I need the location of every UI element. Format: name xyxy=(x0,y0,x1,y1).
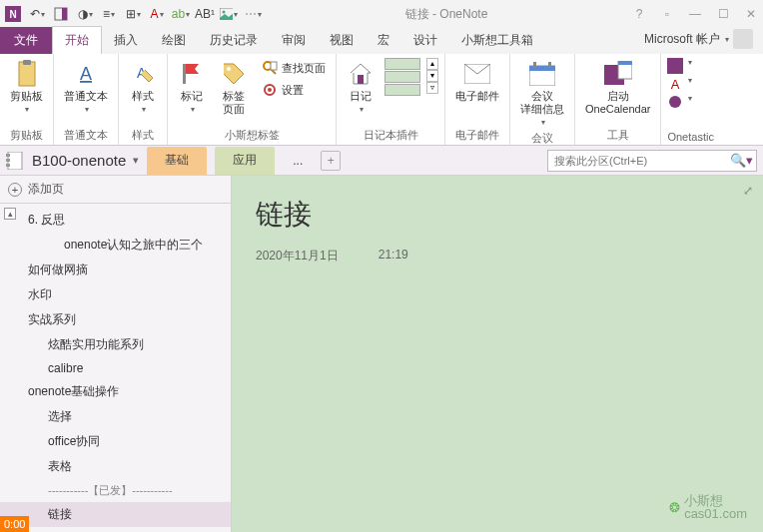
chevron-down-icon: ▾ xyxy=(360,105,364,114)
image-icon[interactable]: ▾ xyxy=(220,5,238,23)
maximize-icon[interactable]: ☐ xyxy=(715,7,731,21)
help-icon[interactable]: ? xyxy=(631,7,647,21)
page-time[interactable]: 21:19 xyxy=(379,248,408,265)
qat-icon-3[interactable]: ⊞▾ xyxy=(124,5,142,23)
group-label: 样式 xyxy=(125,126,161,143)
notebook-selector[interactable]: B100-onenote ▾ xyxy=(6,152,139,170)
page-item[interactable]: onenote认知之旅中的三个 xyxy=(0,233,231,258)
notebook-bar: B100-onenote ▾ 基础 应用 ... + 🔍▾ xyxy=(0,146,763,176)
add-section-button[interactable]: + xyxy=(321,151,341,171)
page-title[interactable]: 链接 xyxy=(256,196,739,234)
quick-access-toolbar: N ↶▾ ◑▾ ≡▾ ⊞▾ A▾ ab▾ AB¹ ▾ ⋯▾ xyxy=(4,5,262,23)
qat-more-icon[interactable]: ⋯▾ xyxy=(244,5,262,23)
file-tab[interactable]: 文件 xyxy=(0,27,52,54)
meeting-button[interactable]: 会议 详细信息 ▾ xyxy=(516,58,568,129)
highlight-icon[interactable]: ab▾ xyxy=(172,5,190,23)
scroll-up-icon[interactable]: ▴ xyxy=(4,208,16,220)
tab-view[interactable]: 视图 xyxy=(318,27,366,54)
page-item[interactable]: -----------【已发】----------- xyxy=(0,479,231,502)
page-item[interactable]: 表格 xyxy=(0,454,231,479)
page-item[interactable]: 6. 反思 xyxy=(0,208,231,233)
onecalendar-icon xyxy=(604,60,632,88)
footnote-icon[interactable]: AB¹ xyxy=(196,5,214,23)
email-button[interactable]: 电子邮件 xyxy=(451,58,503,105)
chevron-down-icon[interactable]: ▾ xyxy=(688,94,692,110)
chevron-down-icon[interactable]: ▾ xyxy=(688,76,692,92)
diary-button[interactable]: 日记 ▾ xyxy=(343,58,379,116)
tab-macro[interactable]: 宏 xyxy=(366,27,401,54)
page-item[interactable]: office协同 xyxy=(0,429,231,454)
tab-design[interactable]: 设计 xyxy=(401,27,449,54)
search-icon xyxy=(262,60,278,76)
styles-button[interactable]: A 样式 ▾ xyxy=(125,58,161,116)
page-item[interactable]: 实战系列 xyxy=(0,307,231,332)
scroll-down-icon[interactable]: ▾ xyxy=(426,70,438,82)
minimize-icon[interactable]: — xyxy=(687,7,703,21)
onecalendar-button[interactable]: 启动 OneCalendar xyxy=(581,58,654,118)
page-item[interactable]: 水印 xyxy=(0,282,231,307)
tab-history[interactable]: 历史记录 xyxy=(198,27,270,54)
scroll-up-icon[interactable]: ▴ xyxy=(426,58,438,70)
page-item[interactable]: 炫酷实用功能系列 xyxy=(0,332,231,357)
onetastic-icon-2[interactable]: A xyxy=(667,76,683,92)
svg-rect-3 xyxy=(62,8,67,20)
clipboard-icon xyxy=(13,60,41,88)
tab-insert[interactable]: 插入 xyxy=(102,27,150,54)
qat-icon-1[interactable]: ◑▾ xyxy=(76,5,94,23)
expand-icon[interactable]: ⤢ xyxy=(743,184,753,198)
notebook-icon xyxy=(6,152,26,170)
page-item[interactable]: 如何做网摘 xyxy=(0,258,231,282)
diary-label: 日记 xyxy=(350,90,372,103)
findpage-button[interactable]: 查找页面 xyxy=(258,58,330,78)
swatch[interactable] xyxy=(384,71,420,83)
section-tab-2[interactable]: 应用 xyxy=(215,147,275,175)
section-overflow[interactable]: ... xyxy=(283,149,313,173)
plaintext-label: 普通文本 xyxy=(64,90,108,103)
onetastic-icon-1[interactable] xyxy=(667,58,683,74)
mark-button[interactable]: 标记 ▾ xyxy=(174,58,210,116)
font-icon[interactable]: A▾ xyxy=(148,5,166,23)
mark-label: 标记 xyxy=(181,90,203,103)
section-tab-1[interactable]: 基础 xyxy=(147,147,207,175)
page-item[interactable]: 链接 xyxy=(0,502,231,527)
settings-button[interactable]: 设置 xyxy=(258,80,330,100)
gear-icon xyxy=(262,82,278,98)
page-item[interactable]: 选择 xyxy=(0,404,231,429)
watermark: ❂ 小斯想 cas01.com xyxy=(669,494,747,520)
chevron-down-icon: ▾ xyxy=(541,118,545,127)
tagpage-button[interactable]: 标签 页面 xyxy=(216,58,252,118)
tab-draw[interactable]: 绘图 xyxy=(150,27,198,54)
ribbon-toggle-icon[interactable]: ▫ xyxy=(659,7,675,21)
page-item[interactable]: onenote基础操作 xyxy=(0,379,231,404)
paste-button[interactable]: 剪贴板 ▾ xyxy=(6,58,47,116)
calendar-icon xyxy=(528,60,556,88)
search-icon[interactable]: 🔍▾ xyxy=(730,153,753,168)
search-input[interactable] xyxy=(547,150,757,172)
onenote-icon[interactable]: N xyxy=(4,5,22,23)
group-email: 电子邮件 电子邮件 xyxy=(445,54,510,145)
account-area[interactable]: Microsoft 帐户 ▾ xyxy=(634,24,763,54)
svg-text:N: N xyxy=(9,9,16,20)
page-date[interactable]: 2020年11月1日 xyxy=(256,248,339,265)
tab-home[interactable]: 开始 xyxy=(52,26,102,54)
qat-icon-2[interactable]: ≡▾ xyxy=(100,5,118,23)
group-tags: 标记 ▾ 标签 页面 查找页面 设置 小斯想标签 xyxy=(168,54,337,145)
swatch[interactable] xyxy=(384,84,420,96)
expand-icon[interactable]: ▿ xyxy=(426,82,438,94)
chevron-down-icon[interactable]: ▾ xyxy=(688,58,692,74)
dock-icon[interactable] xyxy=(52,5,70,23)
svg-point-16 xyxy=(268,88,272,92)
window-title: 链接 - OneNote xyxy=(262,6,631,23)
notebook-name: B100-onenote xyxy=(32,152,126,169)
close-icon[interactable]: ✕ xyxy=(743,7,759,21)
undo-icon[interactable]: ↶▾ xyxy=(28,5,46,23)
tab-review[interactable]: 审阅 xyxy=(270,27,318,54)
avatar xyxy=(733,29,753,49)
page-item[interactable]: calibre xyxy=(0,357,231,379)
page-content[interactable]: ⤢ 链接 2020年11月1日 21:19 xyxy=(232,176,763,532)
tab-addon[interactable]: 小斯想工具箱 xyxy=(449,27,545,54)
swatch[interactable] xyxy=(384,58,420,70)
plaintext-button[interactable]: A 普通文本 ▾ xyxy=(60,58,112,116)
add-page-button[interactable]: + 添加页 xyxy=(0,176,231,204)
onetastic-icon-3[interactable] xyxy=(667,94,683,110)
